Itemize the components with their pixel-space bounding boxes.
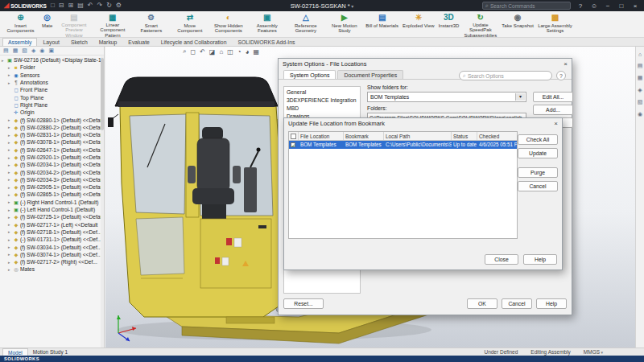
zoom-fit-icon[interactable]: ⌕ [183,47,186,56]
close-button[interactable]: Close [485,254,518,265]
hide-show-icon[interactable]: ◔ [237,48,242,56]
ribbon-button[interactable]: 3D Instant3D [437,12,461,36]
ribbon-button[interactable]: ⚙ Smart Fasteners [132,12,170,36]
table-column-header[interactable] [289,132,299,140]
commandmanager-tab[interactable]: Assembly [2,38,37,46]
update-button[interactable]: Update [518,148,558,158]
scene-icon[interactable]: ▦ [253,48,259,56]
commandmanager-tab[interactable]: Markup [93,38,123,46]
tree-item[interactable]: (f) SW-02920-1> (Default) <<Default [0,154,104,161]
tree-item[interactable]: (-) SW-01731-1> (Default) <<Def... [0,236,104,243]
add-folder-button[interactable]: Add... [533,105,573,115]
ribbon-button[interactable]: ▣ Assembly Features [248,12,286,36]
ribbon-button[interactable]: ◎ Mate [40,12,54,36]
tree-item[interactable]: (f) SW-02831-1> (Default) <<Default [0,131,104,138]
tree-item[interactable]: (f) SW-02865-1> (Default) <<Default [0,191,104,198]
scrollbar-thumb[interactable] [101,58,104,130]
tree-item[interactable]: Right Plane [0,101,104,109]
configurationmanager-icon[interactable]: ▧ [22,47,27,54]
previous-view-icon[interactable]: ↶ [200,48,205,56]
appearance-icon[interactable]: ◕ [246,48,250,56]
commandmanager-tab[interactable]: Layout [37,38,64,46]
appearances-icon[interactable]: ◈ [638,87,642,93]
ok-button[interactable]: OK [467,298,497,309]
row-checkbox[interactable] [291,142,295,147]
options-search-box[interactable]: ⌕ [459,71,552,80]
options-nav-item[interactable]: 3DEXPERIENCE Integration [284,96,360,104]
options-dialog-tab[interactable]: Document Properties [337,70,403,79]
commandmanager-tab[interactable]: SOLIDWORKS Add-Ins [232,38,300,46]
table-column-header[interactable]: Status [452,132,477,140]
home-icon[interactable]: ⌂ [638,51,642,57]
close-icon[interactable]: × [630,2,640,10]
maximize-icon[interactable]: □ [617,2,626,10]
zoom-area-icon[interactable]: ◻ [190,48,196,56]
edit-all-button[interactable]: Edit All... [533,92,573,102]
ribbon-button[interactable]: ▤ Component Preview Window [55,12,93,36]
help-button[interactable]: Help [523,254,557,265]
ribbon-button[interactable]: ◐ Show Hidden Components [209,12,247,36]
open-icon[interactable]: ⊟ [59,2,64,10]
tree-item[interactable]: Annotations [0,79,104,86]
undo-icon[interactable]: ↶ [88,2,93,10]
cam-manager-icon[interactable]: ▣ [48,47,54,54]
tree-item[interactable]: (f) SW-02725-1> (Default) <<Default [0,213,104,220]
tree-item[interactable]: Top Plane [0,93,104,101]
tree-item[interactable]: Sensors [0,72,104,79]
commandmanager-tab[interactable]: Evaluate [122,38,155,46]
tree-item[interactable]: (f) SW-02717-2> (Right) <<Def... [0,258,104,265]
tree-item[interactable]: (f) SW-02718-1> (Default) <<Def... [0,228,104,236]
user-icon[interactable]: ☺ [589,2,599,10]
cancel-button[interactable]: Cancel [518,181,558,191]
tree-item[interactable]: Origin [0,109,104,116]
print-icon[interactable]: ▤ [77,2,84,10]
minimize-icon[interactable]: − [603,2,613,10]
ribbon-button[interactable]: ▦ Linear Component Pattern [93,12,131,36]
propertymanager-icon[interactable]: ▦ [13,47,19,54]
design-library-icon[interactable]: ▤ [638,63,643,69]
tree-item[interactable]: (f) SW-03034-1> (Default) <<Def... [0,243,104,250]
tree-item[interactable]: (f) SW-03078-1> (Default) <<Default [0,138,104,146]
tree-item[interactable]: SW-02716 (Default) <Display State-1> [0,56,104,64]
check-all-button[interactable]: Check All [518,134,558,145]
tree-item[interactable]: (f) SW-02880-2> (Default) <<Default [0,124,104,131]
redo-icon[interactable]: ↷ [97,2,102,10]
tree-item[interactable]: (f) SW-02034-3> (Default) <<Default [0,176,104,183]
tree-item[interactable]: (-) Left Hand Control-1 (Default) [0,206,104,213]
show-folders-select[interactable]: BOM Templates [367,92,526,102]
options-nav-item[interactable]: MBD [284,104,360,112]
close-icon[interactable] [561,60,570,68]
ribbon-button[interactable]: ◉ Take Snapshot [500,12,535,36]
options-search-input[interactable] [468,73,548,79]
ribbon-button[interactable]: △ Reference Geometry [287,12,324,36]
tree-item[interactable]: (f) SW-02880-1> (Default) <<Default [0,116,104,123]
tree-item[interactable]: (f) SW-02034-2> (Default) <<Default [0,168,104,175]
close-icon[interactable] [551,119,560,128]
tree-item[interactable]: Folder [0,64,104,71]
forum-icon[interactable]: ◉ [638,111,642,117]
save-icon[interactable]: ⊞ [68,2,73,10]
new-document-icon[interactable]: □ [51,2,55,10]
options-gear-icon[interactable]: ⚙ [116,2,122,10]
tree-item[interactable]: (f) SW-02034-1> (Default) <<Default [0,161,104,168]
table-column-header[interactable]: Checked [477,132,517,140]
display-style-icon[interactable]: ◫ [227,48,233,56]
tree-item[interactable]: (-) Right Hand Control-1 (Default) [0,199,104,206]
reset-button[interactable]: Reset... [283,298,324,309]
tree-item[interactable]: (f) SW-02717-1> (Left) <<Default [0,221,104,228]
ribbon-button[interactable]: ✳ Exploded View [401,12,436,36]
table-column-header[interactable]: File Location [299,132,344,140]
commandmanager-tab[interactable]: Sketch [65,38,93,46]
ribbon-button[interactable]: ▤ Bill of Materials [364,12,400,36]
help-icon[interactable]: ? [576,2,585,10]
motion-study-tab[interactable]: Motion Study 1 [28,348,72,356]
section-view-icon[interactable]: ◪ [209,48,216,56]
file-explorer-icon[interactable]: ▦ [638,75,643,81]
table-column-header[interactable]: Bookmark [344,132,384,140]
tree-item[interactable]: Front Plane [0,86,104,93]
tree-item[interactable]: Mates [0,265,104,273]
tree-item[interactable]: (f) SW-03074-1> (Default) <<Def... [0,251,104,258]
featuremanager-icon[interactable]: ▤ [3,47,9,54]
model-tab[interactable]: Model [2,348,28,356]
custom-properties-icon[interactable]: ▧ [638,99,643,105]
